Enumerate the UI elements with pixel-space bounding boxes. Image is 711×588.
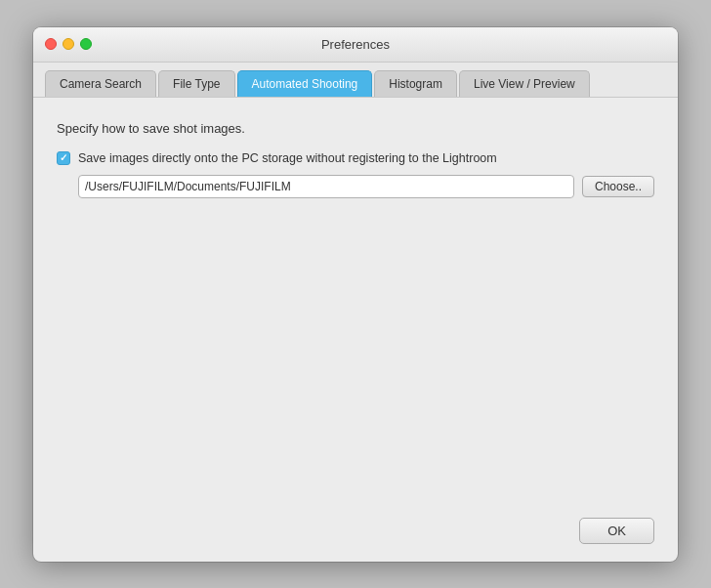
title-bar: Preferences [33,27,678,63]
tab-histogram[interactable]: Histogram [374,70,457,97]
maximize-button[interactable] [80,38,92,50]
window-title: Preferences [321,37,390,52]
path-row: Choose.. [78,175,654,198]
path-input[interactable] [78,175,574,198]
minimize-button[interactable] [63,38,74,50]
save-images-label: Save images directly onto the PC storage… [78,151,497,165]
ok-button[interactable]: OK [579,518,654,544]
tab-live-view-preview[interactable]: Live View / Preview [459,70,590,97]
close-button[interactable] [45,38,57,50]
checkbox-row: Save images directly onto the PC storage… [57,151,654,165]
footer: OK [33,508,678,562]
tab-automated-shooting[interactable]: Automated Shooting [237,70,373,97]
tab-camera-search[interactable]: Camera Search [45,70,156,97]
save-images-checkbox[interactable] [57,151,70,165]
content-area: Specify how to save shot images. Save im… [33,98,678,508]
section-description: Specify how to save shot images. [57,121,654,136]
traffic-lights [45,38,92,50]
tab-file-type[interactable]: File Type [158,70,234,97]
choose-button[interactable]: Choose.. [582,176,654,197]
tabs-bar: Camera Search File Type Automated Shooti… [33,63,678,98]
preferences-window: Preferences Camera Search File Type Auto… [33,27,678,562]
